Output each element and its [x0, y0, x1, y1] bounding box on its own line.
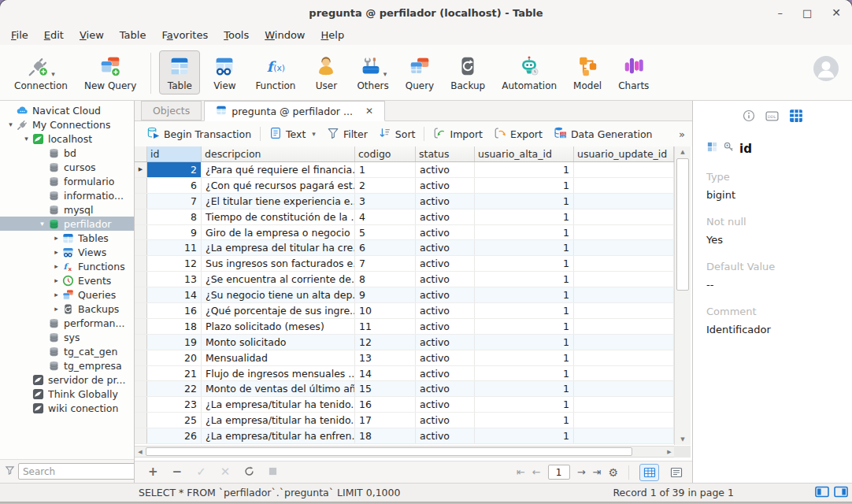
- menu-tools[interactable]: Tools: [216, 29, 257, 41]
- cell-status[interactable]: activo: [416, 381, 475, 396]
- cell-id[interactable]: 2: [147, 162, 202, 177]
- cell-id[interactable]: 18: [147, 319, 202, 334]
- data-generation-button[interactable]: 101ABC Data Generation: [548, 126, 658, 142]
- cell-usuario-update-id[interactable]: [574, 366, 674, 381]
- tree-item-cursos[interactable]: cursos: [0, 160, 134, 174]
- tree-item-mysql[interactable]: mysql: [0, 202, 134, 217]
- cell-status[interactable]: activo: [416, 240, 475, 255]
- tree-item-my-connections[interactable]: ▾My Connections: [0, 117, 134, 132]
- table-row[interactable]: 7¿El titular tiene experiencia e...3acti…: [135, 194, 675, 209]
- cell-status[interactable]: activo: [416, 194, 475, 209]
- toolbar-button-charts[interactable]: Charts: [612, 50, 655, 94]
- cell-usuario-alta-id[interactable]: 1: [475, 225, 574, 240]
- toggle-right-pane-icon[interactable]: [834, 486, 848, 500]
- table-row[interactable]: 12Sus ingresos son facturados e...7activ…: [135, 256, 675, 272]
- cell-descripcion[interactable]: Mensualidad: [202, 350, 355, 365]
- table-row[interactable]: 26¿La empresa/titular ha enfren...18acti…: [135, 428, 675, 444]
- cell-id[interactable]: 19: [147, 335, 202, 350]
- vertical-scrollbar[interactable]: ▲ ▼: [674, 146, 691, 445]
- cell-status[interactable]: activo: [416, 162, 475, 177]
- cell-id[interactable]: 21: [147, 366, 202, 381]
- cell-descripcion[interactable]: ¿Con qué recursos pagará est...: [202, 178, 355, 193]
- cell-descripcion[interactable]: ¿Qué porcentaje de sus ingre...: [202, 303, 355, 318]
- cell-status[interactable]: activo: [416, 287, 475, 302]
- toolbar-button-automation[interactable]: Automation: [495, 50, 563, 94]
- toolbar-button-user[interactable]: User: [306, 50, 346, 94]
- cell-id[interactable]: 22: [147, 381, 202, 396]
- cell-usuario-update-id[interactable]: [574, 397, 674, 412]
- tree-item-tables[interactable]: ▸Tables: [0, 231, 134, 245]
- caret-right-icon[interactable]: ▸: [50, 276, 62, 284]
- cell-status[interactable]: activo: [416, 366, 475, 381]
- cell-usuario-update-id[interactable]: [574, 178, 674, 193]
- menu-window[interactable]: Window: [257, 29, 313, 41]
- cell-usuario-alta-id[interactable]: 1: [475, 303, 574, 318]
- refresh-button[interactable]: [244, 466, 254, 479]
- cell-usuario-alta-id[interactable]: 1: [475, 256, 574, 271]
- cell-status[interactable]: activo: [416, 178, 475, 193]
- cell-usuario-update-id[interactable]: [574, 428, 674, 443]
- table-row[interactable]: 19Monto solicitado12activo1: [135, 335, 675, 350]
- caret-right-icon[interactable]: ▸: [50, 291, 62, 298]
- cell-usuario-alta-id[interactable]: 1: [475, 287, 574, 302]
- cell-id[interactable]: 9: [147, 225, 202, 240]
- cell-usuario-update-id[interactable]: [574, 225, 674, 240]
- tree-item-views[interactable]: ▸Views: [0, 245, 134, 259]
- table-row[interactable]: 14¿Su negocio tiene un alta dep...9activ…: [135, 287, 675, 303]
- cell-codigo[interactable]: 7: [355, 256, 416, 271]
- tab-objects[interactable]: Objects: [141, 101, 202, 120]
- cell-id[interactable]: 14: [147, 287, 202, 302]
- cell-status[interactable]: activo: [416, 413, 475, 428]
- cell-usuario-update-id[interactable]: [574, 413, 674, 428]
- caret-right-icon[interactable]: ▸: [50, 234, 62, 242]
- horizontal-scrollbar[interactable]: ◀ ▶: [135, 446, 675, 458]
- cell-codigo[interactable]: 2: [355, 178, 416, 193]
- tree-item-events[interactable]: ▸Events: [0, 273, 134, 287]
- search-input[interactable]: [18, 463, 146, 480]
- tree-item-wiki-conection[interactable]: wiki conection: [0, 401, 134, 415]
- cell-descripcion[interactable]: ¿Su negocio tiene un alta dep...: [202, 287, 355, 302]
- stop-button[interactable]: [269, 466, 277, 478]
- import-button[interactable]: Import: [428, 127, 488, 142]
- tab-pregunta[interactable]: pregunta @ perfilador ... ✕: [204, 101, 385, 121]
- cell-codigo[interactable]: 9: [355, 287, 416, 302]
- cell-usuario-alta-id[interactable]: 1: [475, 240, 574, 255]
- cell-id[interactable]: 20: [147, 350, 202, 365]
- cell-usuario-update-id[interactable]: [574, 194, 674, 209]
- table-row[interactable]: 21Flujo de ingresos mensuales ...14activ…: [135, 366, 675, 382]
- cell-codigo[interactable]: 1: [355, 162, 416, 177]
- close-button[interactable]: ✕: [832, 7, 841, 18]
- tree-item-tg-cat-gen[interactable]: tg_cat_gen: [0, 344, 134, 358]
- first-page-icon[interactable]: ⇤: [517, 466, 525, 478]
- column-header-codigo[interactable]: codigo: [355, 146, 416, 161]
- cell-descripcion[interactable]: ¿Para qué requiere el financia...: [202, 162, 355, 177]
- cell-usuario-update-id[interactable]: [574, 162, 674, 177]
- tree-item-informatio[interactable]: informatio...: [0, 188, 134, 202]
- table-row[interactable]: 25¿La empresa/titular ha tenido...17acti…: [135, 413, 675, 428]
- tree-item-bd[interactable]: bd: [0, 146, 134, 160]
- caret-down-icon[interactable]: ▾: [5, 120, 17, 128]
- cell-usuario-alta-id[interactable]: 1: [475, 209, 574, 224]
- cell-id[interactable]: 16: [147, 303, 202, 318]
- cell-usuario-alta-id[interactable]: 1: [475, 194, 574, 209]
- cell-descripcion[interactable]: ¿La empresa del titular ha cre...: [202, 240, 355, 255]
- cell-descripcion[interactable]: ¿La empresa/titular ha enfren...: [202, 428, 355, 443]
- cell-usuario-update-id[interactable]: [574, 287, 674, 302]
- table-row[interactable]: 6¿Con qué recursos pagará est...2activo1: [135, 178, 675, 194]
- last-page-icon[interactable]: ⇥: [593, 466, 602, 478]
- column-header-descripcion[interactable]: descripcion: [202, 146, 355, 161]
- tree-item-formulario[interactable]: formulario: [0, 174, 134, 188]
- cell-id[interactable]: 12: [147, 256, 202, 271]
- tree-item-think-globally[interactable]: Think Globally: [0, 387, 134, 401]
- maximize-button[interactable]: □: [802, 8, 812, 18]
- ddl-icon[interactable]: DDL: [765, 109, 779, 123]
- table-row[interactable]: 20Mensualidad13activo1: [135, 350, 675, 366]
- cell-descripcion[interactable]: Monto solicitado: [202, 335, 355, 350]
- cell-codigo[interactable]: 15: [355, 381, 416, 396]
- text-view-button[interactable]: Text ▾: [264, 127, 321, 142]
- menu-view[interactable]: View: [72, 29, 112, 41]
- cell-descripcion[interactable]: ¿El titular tiene experiencia e...: [202, 194, 355, 209]
- menu-edit[interactable]: Edit: [36, 29, 72, 41]
- cell-usuario-alta-id[interactable]: 1: [475, 350, 574, 365]
- table-row[interactable]: 23¿La empresa/titular ha tenido...16acti…: [135, 397, 675, 413]
